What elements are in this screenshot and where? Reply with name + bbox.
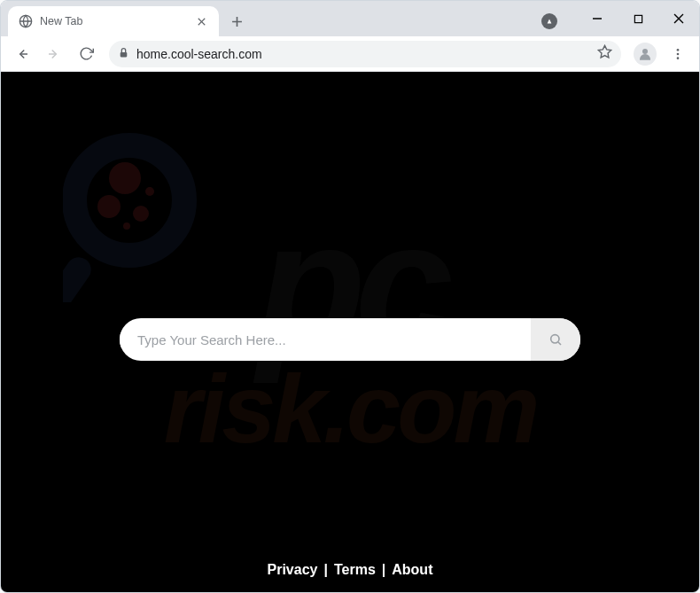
search-button[interactable]: [531, 318, 580, 361]
close-window-button[interactable]: [658, 1, 699, 36]
svg-marker-10: [548, 20, 552, 24]
footer-link-terms[interactable]: Terms: [334, 562, 376, 578]
url-text: home.cool-search.com: [136, 47, 262, 61]
svg-rect-13: [121, 51, 128, 56]
site-logo: [63, 125, 205, 306]
bookmark-star-icon[interactable]: [597, 44, 612, 63]
svg-rect-20: [63, 253, 96, 302]
svg-point-24: [145, 187, 154, 196]
svg-point-19: [74, 145, 184, 255]
svg-marker-14: [598, 45, 611, 57]
minimize-button[interactable]: [577, 1, 618, 36]
browser-toolbar: home.cool-search.com: [1, 36, 699, 72]
svg-rect-1: [634, 15, 642, 22]
forward-button[interactable]: [40, 40, 68, 68]
svg-line-27: [558, 342, 561, 345]
svg-point-21: [109, 162, 141, 194]
address-bar[interactable]: home.cool-search.com: [109, 41, 621, 67]
maximize-button[interactable]: [618, 1, 658, 36]
watermark-line2: risk.com: [164, 360, 536, 457]
page-content: pc risk.com Privacy | Terms | About: [1, 72, 699, 593]
svg-point-16: [677, 49, 680, 51]
footer-links: Privacy | Terms | About: [1, 562, 699, 578]
separator: |: [382, 562, 385, 578]
svg-point-15: [642, 49, 648, 54]
globe-icon: [19, 14, 33, 28]
svg-point-23: [133, 206, 149, 222]
svg-point-17: [677, 52, 680, 55]
footer-link-about[interactable]: About: [392, 562, 432, 578]
footer-link-privacy[interactable]: Privacy: [268, 562, 318, 578]
svg-point-25: [123, 222, 130, 230]
lock-icon: [118, 46, 129, 62]
window-controls: [577, 1, 699, 36]
reload-button[interactable]: [72, 40, 100, 68]
svg-point-22: [97, 195, 121, 218]
svg-point-26: [551, 335, 559, 343]
new-tab-button[interactable]: [224, 9, 249, 34]
search-bar: [120, 318, 580, 361]
tab-title: New Tab: [40, 15, 187, 27]
svg-point-18: [677, 57, 680, 59]
search-input[interactable]: [120, 332, 531, 347]
media-control-icon[interactable]: [541, 13, 557, 29]
separator: |: [323, 562, 327, 578]
browser-tab[interactable]: New Tab: [8, 6, 219, 36]
back-button[interactable]: [8, 40, 36, 68]
profile-avatar[interactable]: [634, 43, 657, 66]
browser-menu-button[interactable]: [664, 40, 692, 68]
tab-close-button[interactable]: [194, 14, 208, 28]
